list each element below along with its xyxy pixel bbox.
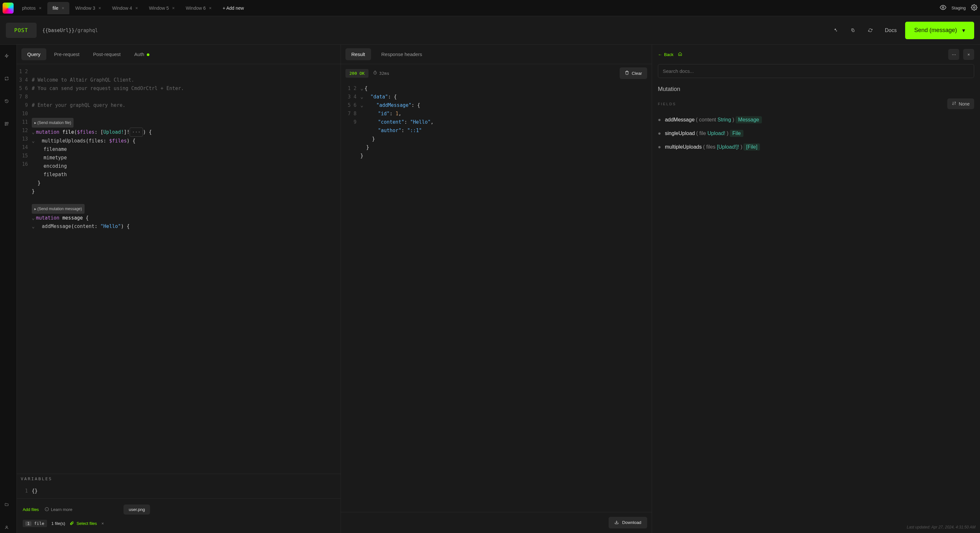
window-tabs: photos × file × Window 3 × Window 4 × Wi… bbox=[17, 2, 249, 14]
arg-name: content bbox=[699, 117, 716, 122]
subtab-query[interactable]: Query bbox=[21, 48, 46, 60]
return-type[interactable]: Message bbox=[736, 116, 762, 124]
file-variable-chip[interactable]: 1 file bbox=[23, 520, 47, 527]
variables-editor[interactable]: 1 {} bbox=[17, 484, 340, 498]
select-files-label: Select files bbox=[76, 521, 97, 526]
more-icon[interactable]: ⋯ bbox=[948, 49, 959, 60]
refresh-icon[interactable] bbox=[864, 24, 876, 36]
docs-field-row[interactable]: ● multipleUploads ( files [Upload!]! ) [… bbox=[652, 140, 980, 154]
subtab-pre-request[interactable]: Pre-request bbox=[48, 48, 85, 60]
docs-toggle[interactable]: Docs bbox=[885, 27, 896, 33]
json-key: "addMessage" bbox=[376, 102, 411, 108]
file-attachment-pill[interactable]: user.png bbox=[124, 504, 150, 514]
close-icon[interactable]: × bbox=[135, 5, 138, 11]
user-icon[interactable] bbox=[5, 525, 12, 533]
json-value: 1 bbox=[395, 111, 398, 117]
send-label: Send (message) bbox=[914, 27, 957, 34]
file-var-name: file bbox=[34, 521, 44, 526]
fold-icon[interactable]: ⌄ bbox=[32, 129, 35, 135]
subtab-auth[interactable]: Auth bbox=[128, 48, 155, 60]
tab-label: file bbox=[52, 5, 58, 11]
tab-window-5[interactable]: Window 5 × bbox=[144, 2, 180, 14]
result-viewer[interactable]: 1 2 3 4 5 6 7 8 9 ⌄{ ⌄ "data": { ⌄ "addM… bbox=[345, 81, 647, 163]
download-button[interactable]: Download bbox=[609, 517, 647, 528]
json-value: "::1" bbox=[407, 128, 422, 133]
svg-rect-4 bbox=[5, 122, 6, 124]
docs-type-title[interactable]: Mutation bbox=[652, 82, 980, 98]
close-docs-icon[interactable]: × bbox=[963, 49, 974, 60]
tab-window-4[interactable]: Window 4 × bbox=[107, 2, 143, 14]
fold-icon[interactable]: ⌄ bbox=[360, 86, 363, 91]
docs-back-button[interactable]: ← Back bbox=[658, 52, 673, 57]
home-icon[interactable] bbox=[678, 52, 682, 57]
sort-icon bbox=[952, 101, 956, 106]
tab-window-3[interactable]: Window 3 × bbox=[70, 2, 106, 14]
json-key: "id" bbox=[378, 111, 390, 117]
folder-icon[interactable] bbox=[5, 503, 12, 510]
zap-icon[interactable] bbox=[5, 54, 12, 62]
http-method-button[interactable]: POST bbox=[6, 23, 37, 38]
run-mutation-pill[interactable]: ▸ (Send mutation message) bbox=[32, 204, 84, 214]
run-mutation-pill[interactable]: ▸ (Send mutation file) bbox=[32, 118, 73, 128]
docs-field-row[interactable]: ● singleUpload ( file Upload! ) File bbox=[652, 127, 980, 140]
bullet-icon: ● bbox=[658, 117, 661, 123]
fold-icon[interactable]: ⌄ bbox=[360, 102, 363, 108]
tab-label: Window 3 bbox=[75, 5, 95, 11]
return-type[interactable]: File bbox=[730, 130, 743, 137]
url-display[interactable]: {{baseUrl}}/graphql bbox=[43, 27, 98, 33]
add-tab-button[interactable]: + Add new bbox=[218, 2, 249, 14]
history-icon[interactable] bbox=[5, 99, 12, 107]
learn-more-link[interactable]: Learn more bbox=[45, 507, 72, 512]
clear-button[interactable]: Clear bbox=[620, 67, 647, 79]
var-files: $files bbox=[109, 138, 127, 144]
plugins-icon[interactable] bbox=[5, 122, 12, 130]
variables-header[interactable]: VARIABLES bbox=[17, 474, 340, 484]
status-badge: 200 OK bbox=[345, 69, 369, 78]
remove-file-icon[interactable]: × bbox=[102, 521, 104, 526]
sparkle-icon[interactable] bbox=[829, 24, 841, 36]
docs-field-row[interactable]: ● addMessage ( content String ) Message bbox=[652, 113, 980, 127]
left-rail bbox=[0, 45, 17, 533]
file-index: 1 bbox=[25, 521, 32, 526]
fold-icon[interactable]: ⌄ bbox=[360, 94, 363, 100]
copy-icon[interactable] bbox=[846, 24, 859, 36]
settings-icon[interactable] bbox=[971, 4, 977, 12]
mutation-name: file bbox=[62, 129, 74, 135]
close-icon[interactable]: × bbox=[209, 5, 212, 11]
field-multipleuploads: multipleUploads bbox=[42, 138, 86, 144]
auth-label: Auth bbox=[134, 51, 144, 57]
add-files-link[interactable]: Add files bbox=[23, 507, 39, 512]
select-files-button[interactable]: Select files bbox=[70, 521, 97, 526]
svg-point-7 bbox=[6, 526, 7, 527]
send-button[interactable]: Send (message) ▾ bbox=[905, 22, 974, 39]
subtab-post-request[interactable]: Post-request bbox=[87, 48, 126, 60]
tab-result[interactable]: Result bbox=[345, 48, 371, 60]
eye-icon bbox=[940, 4, 946, 12]
staging-label[interactable]: Staging bbox=[951, 5, 966, 10]
learn-more-label: Learn more bbox=[51, 507, 72, 512]
fold-icon[interactable]: ⌄ bbox=[32, 224, 35, 229]
bullet-icon: ● bbox=[658, 130, 661, 136]
tab-window-6[interactable]: Window 6 × bbox=[180, 2, 217, 14]
fold-icon[interactable]: ⌄ bbox=[32, 138, 35, 144]
fold-icon[interactable]: ⌄ bbox=[32, 215, 35, 221]
arrow-left-icon: ← bbox=[658, 52, 662, 57]
return-type[interactable]: [File] bbox=[743, 143, 760, 151]
arg-content: content bbox=[74, 224, 94, 229]
ellipsis-icon[interactable]: ··· bbox=[130, 128, 143, 136]
tab-response-headers[interactable]: Response headers bbox=[375, 48, 428, 60]
sort-button[interactable]: None bbox=[947, 98, 974, 109]
close-icon[interactable]: × bbox=[172, 5, 175, 11]
trash-icon bbox=[625, 71, 629, 76]
docs-search-input[interactable] bbox=[658, 64, 974, 78]
close-icon[interactable]: × bbox=[39, 5, 41, 11]
field-mimetype: mimetype bbox=[43, 155, 67, 160]
close-icon[interactable]: × bbox=[99, 5, 101, 11]
query-editor[interactable]: 1 2 3 4 5 6 7 8 9 10 11 12 13 14 15 16 #… bbox=[17, 64, 340, 474]
sync-icon[interactable] bbox=[5, 76, 12, 84]
tab-photos[interactable]: photos × bbox=[17, 2, 47, 14]
field-name: addMessage bbox=[665, 117, 695, 123]
tab-file[interactable]: file × bbox=[47, 2, 69, 14]
kw-mutation: mutation bbox=[36, 215, 59, 221]
close-icon[interactable]: × bbox=[62, 5, 64, 11]
